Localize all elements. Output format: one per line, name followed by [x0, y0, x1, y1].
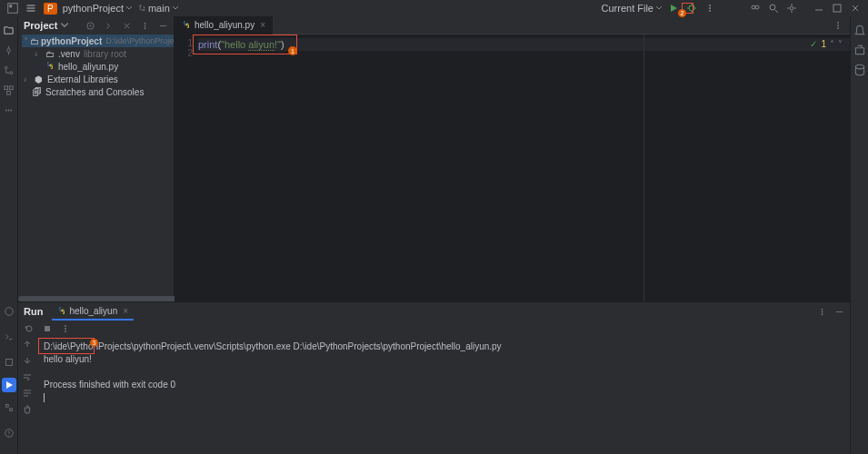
- svg-rect-14: [5, 85, 8, 89]
- editor-more-icon[interactable]: [832, 19, 844, 32]
- branch-label: main: [148, 3, 170, 14]
- close-window-icon[interactable]: [849, 2, 862, 15]
- vcs-branch-crumb[interactable]: main: [136, 3, 179, 14]
- svg-point-6: [752, 5, 755, 9]
- stop-icon[interactable]: [42, 323, 53, 334]
- collapse-all-icon[interactable]: [122, 21, 132, 31]
- venv-hint-label: library root: [84, 49, 126, 59]
- svg-rect-15: [9, 85, 13, 89]
- editor-gutter[interactable]: 1 2: [175, 35, 198, 301]
- svg-rect-39: [10, 409, 13, 411]
- svg-point-34: [65, 331, 66, 332]
- right-toolwindow-rail: [850, 16, 868, 454]
- tool-options-icon[interactable]: [140, 21, 150, 31]
- svg-rect-16: [7, 91, 11, 94]
- tree-file-row[interactable]: hello_aliyun.py: [22, 60, 174, 73]
- version-control-icon[interactable]: [2, 400, 16, 415]
- console-output[interactable]: D:\ide\PythonProjects\pythonProject\.ven…: [36, 337, 850, 454]
- project-tool-window: Project ˅🗀 pythonProject D:\ide\Pyth: [18, 16, 175, 301]
- clear-all-icon[interactable]: [22, 404, 33, 415]
- console-exit-line: Process finished with exit code 0: [44, 379, 843, 391]
- inspection-widget[interactable]: ✓ 1 ˄ ˅: [810, 38, 843, 51]
- project-tool-icon[interactable]: [2, 23, 16, 37]
- line-number: 1: [175, 38, 193, 48]
- annotation-box-code: [193, 35, 297, 54]
- services-icon[interactable]: [2, 355, 16, 370]
- settings-icon[interactable]: [785, 2, 798, 15]
- svg-point-32: [65, 325, 66, 327]
- search-icon[interactable]: [767, 2, 780, 15]
- svg-point-23: [145, 25, 146, 26]
- svg-point-12: [5, 66, 7, 69]
- soft-wrap-icon[interactable]: [22, 371, 33, 382]
- run-tool-title: Run: [24, 306, 43, 317]
- commit-tool-icon[interactable]: [2, 43, 16, 57]
- run-tool-window: Run hello_aliyun ×: [18, 301, 850, 454]
- database-tool-icon[interactable]: [853, 63, 867, 77]
- close-icon[interactable]: ×: [260, 20, 265, 30]
- svg-point-18: [8, 109, 10, 111]
- svg-point-7: [755, 5, 759, 9]
- select-opened-file-icon[interactable]: [85, 21, 95, 31]
- notifications-icon[interactable]: [853, 23, 867, 37]
- svg-point-5: [709, 10, 711, 12]
- project-tree[interactable]: ˅🗀 pythonProject D:\ide\PythonProjects\p…: [18, 35, 174, 98]
- editor-area: hello_aliyun.py × 1 2 print("hello aliyu…: [175, 16, 850, 301]
- svg-point-13: [10, 71, 13, 74]
- svg-rect-38: [6, 405, 9, 408]
- svg-point-9: [790, 6, 793, 10]
- project-tool-title: Project: [24, 20, 57, 31]
- structure-tool-icon[interactable]: [2, 83, 16, 97]
- rerun-icon[interactable]: [24, 323, 35, 334]
- maximize-icon[interactable]: [831, 2, 843, 15]
- problems-icon[interactable]: [2, 426, 16, 440]
- svg-point-29: [822, 311, 823, 312]
- annotation-badge-2: 2: [678, 9, 686, 17]
- title-bar: P pythonProject main Current File: [0, 0, 868, 16]
- chevron-up-icon[interactable]: ˄: [830, 38, 834, 51]
- more-actions-icon[interactable]: [703, 2, 716, 15]
- project-name-crumb[interactable]: pythonProject: [63, 3, 133, 14]
- run-tab[interactable]: hello_aliyun ×: [52, 302, 134, 321]
- svg-point-28: [822, 308, 823, 310]
- hide-tool-icon[interactable]: [834, 307, 844, 317]
- code-editor[interactable]: print("hello aliyun!") ✓ 1 ˄ ˅: [198, 35, 850, 301]
- svg-point-30: [822, 313, 823, 315]
- up-arrow-icon[interactable]: [22, 339, 33, 350]
- hide-tool-icon[interactable]: [158, 21, 168, 31]
- expand-all-icon[interactable]: [104, 21, 114, 31]
- chevron-down-icon[interactable]: ˅: [838, 38, 843, 51]
- scroll-to-end-icon[interactable]: [22, 388, 33, 399]
- run-tool-rail-icon[interactable]: [2, 378, 16, 392]
- tree-venv-row[interactable]: ›🗀 .venv library root: [22, 47, 174, 60]
- run-config-label: Current File: [602, 3, 653, 14]
- svg-point-19: [10, 109, 12, 111]
- run-config-selector[interactable]: Current File: [602, 3, 663, 14]
- pull-requests-icon[interactable]: [2, 63, 16, 77]
- hamburger-icon[interactable]: [25, 2, 37, 15]
- editor-tab-label: hello_aliyun.py: [195, 20, 254, 30]
- down-arrow-icon[interactable]: [22, 355, 33, 366]
- svg-point-36: [5, 308, 14, 316]
- ai-assistant-icon[interactable]: [853, 43, 867, 57]
- tree-scratch-row[interactable]: 🗐 Scratches and Consoles: [22, 85, 174, 98]
- warning-count: 1: [821, 38, 826, 51]
- minimize-icon[interactable]: [813, 2, 825, 15]
- python-packages-icon[interactable]: [2, 304, 16, 319]
- console-stdout-line: hello aliyun!: [44, 353, 843, 366]
- tree-extlib-row[interactable]: ›⬢ External Libraries: [22, 73, 174, 85]
- toolbar-more-icon[interactable]: [60, 323, 71, 334]
- svg-point-27: [837, 27, 839, 29]
- editor-tab[interactable]: hello_aliyun.py ×: [175, 16, 273, 35]
- more-tools-icon[interactable]: [2, 103, 16, 117]
- run-tool-options-icon[interactable]: [817, 307, 827, 317]
- tree-scrollbar[interactable]: [18, 296, 180, 301]
- run-toolbar: [18, 321, 850, 337]
- tree-root-row[interactable]: ˅🗀 pythonProject D:\ide\PythonProjects\p…: [22, 35, 174, 47]
- svg-point-25: [837, 22, 839, 24]
- python-console-icon[interactable]: [2, 330, 16, 344]
- code-with-me-icon[interactable]: [749, 2, 762, 15]
- annotation-badge-3: 3: [90, 339, 98, 347]
- close-icon[interactable]: ×: [123, 306, 128, 316]
- svg-point-21: [90, 25, 92, 26]
